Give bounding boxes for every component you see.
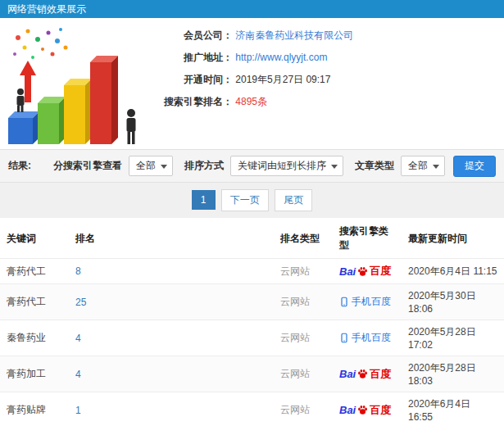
engine-cell: 手机百度 <box>333 284 402 320</box>
baidu-paw-icon <box>357 266 368 277</box>
sort-filter-label: 排序方式 <box>184 159 224 173</box>
chevron-down-icon <box>161 165 167 169</box>
promo-url-link[interactable]: http://www.qlyyjt.com <box>235 52 327 63</box>
engine-cell: Bai 百度 <box>333 356 402 392</box>
filter-bar: 结果: 分搜索引擎查看 全部 排序方式 关键词由短到长排序 文章类型 全部 提交 <box>0 149 504 183</box>
table-header-row: 关键词 排名 排名类型 搜索引擎类型 最新更新时间 <box>0 218 504 259</box>
update-time-cell: 2020年6月4日 11:15 <box>402 259 504 284</box>
header-rank: 排名 <box>69 218 274 259</box>
promo-url-label: 推广地址： <box>149 50 233 65</box>
rank-link[interactable]: 1 <box>75 405 81 416</box>
baidu-logo: Bai 百度 <box>339 367 391 382</box>
baidu-logo-du: 百度 <box>370 403 391 418</box>
keyword-cell: 膏药贴牌 <box>0 392 69 426</box>
rank-link[interactable]: 4 <box>75 369 81 380</box>
mobile-baidu-badge: 手机百度 <box>339 295 391 309</box>
rank-count-label: 搜索引擎排名： <box>149 94 233 109</box>
rank-link[interactable]: 4 <box>75 333 81 344</box>
table-row: 秦鲁药业 4 云网站 手机百度 2020年5月28日 17:02 <box>0 320 504 356</box>
rank-count-value: 4895条 <box>235 96 267 107</box>
rank-type-cell: 云网站 <box>274 392 333 426</box>
engine-filter-value: 全部 <box>136 160 156 171</box>
article-type-value: 全部 <box>408 160 428 171</box>
article-type-label: 文章类型 <box>355 159 394 173</box>
chart-illustration <box>0 18 149 149</box>
engine-filter-label: 分搜索引擎查看 <box>53 159 122 173</box>
open-time-label: 开通时间： <box>149 72 233 87</box>
update-time-cell: 2020年5月30日 18:06 <box>402 284 504 320</box>
next-page-button[interactable]: 下一页 <box>221 189 269 211</box>
chevron-down-icon <box>433 165 439 169</box>
company-link[interactable]: 济南秦鲁药业科技有限公司 <box>235 29 353 41</box>
article-type-select[interactable]: 全部 <box>401 156 445 176</box>
baidu-logo-bai: Bai <box>339 404 356 416</box>
rank-type-cell: 云网站 <box>274 356 333 392</box>
page-button-current[interactable]: 1 <box>192 190 216 210</box>
header-update-time: 最新更新时间 <box>402 218 504 259</box>
baidu-logo-bai: Bai <box>339 265 356 278</box>
update-time-cell: 2020年6月4日 16:55 <box>402 392 504 426</box>
sort-filter-value: 关键词由短到长排序 <box>238 160 326 171</box>
filter-controls: 分搜索引擎查看 全部 排序方式 关键词由短到长排序 文章类型 全部 提交 <box>42 156 496 177</box>
result-label: 结果: <box>8 159 31 173</box>
baidu-logo-du: 百度 <box>370 367 391 382</box>
baidu-logo: Bai 百度 <box>339 264 391 279</box>
pagination: 1 下一页 尾页 <box>0 183 504 218</box>
engine-cell: 手机百度 <box>333 320 402 356</box>
rank-link[interactable]: 25 <box>75 297 86 308</box>
window-titlebar: 网络营销效果展示 <box>0 0 504 18</box>
baidu-logo-bai: Bai <box>339 368 356 380</box>
page: 网络营销效果展示 <box>0 0 504 426</box>
rank-type-cell: 云网站 <box>274 259 333 284</box>
update-time-cell: 2020年5月28日 18:03 <box>402 356 504 392</box>
baidu-paw-icon <box>357 405 368 415</box>
results-table-body: 膏药代工 8 云网站 Bai 百度 2020年6月4日 11:15 膏药代工 2… <box>0 259 504 426</box>
keyword-cell: 膏药代工 <box>0 284 69 320</box>
bar-chart-clipart-icon <box>3 23 148 146</box>
table-row: 膏药加工 4 云网站 Bai 百度 2020年5月28日 18:03 <box>0 356 504 392</box>
engine-cell: Bai 百度 <box>333 392 402 426</box>
header-keyword: 关键词 <box>0 218 69 259</box>
engine-cell: Bai 百度 <box>333 259 402 284</box>
chevron-down-icon <box>331 165 338 169</box>
last-page-button[interactable]: 尾页 <box>275 189 312 211</box>
baidu-logo-du: 百度 <box>370 264 391 279</box>
thinking-man-figure-icon <box>127 109 136 144</box>
top-section: 会员公司： 济南秦鲁药业科技有限公司 推广地址： http://www.qlyy… <box>0 18 504 149</box>
mobile-baidu-label: 手机百度 <box>352 331 391 345</box>
businessman-figure-icon <box>17 88 25 112</box>
table-row: 膏药代工 8 云网站 Bai 百度 2020年6月4日 11:15 <box>0 259 504 284</box>
update-time-cell: 2020年5月28日 17:02 <box>402 320 504 356</box>
rank-type-cell: 云网站 <box>274 320 333 356</box>
header-engine-type: 搜索引擎类型 <box>333 218 402 259</box>
baidu-logo: Bai 百度 <box>339 403 391 418</box>
rank-type-cell: 云网站 <box>274 284 333 320</box>
sort-filter-select[interactable]: 关键词由短到长排序 <box>230 156 343 176</box>
keyword-cell: 秦鲁药业 <box>0 320 69 356</box>
keyword-cell: 膏药加工 <box>0 356 69 392</box>
keyword-cell: 膏药代工 <box>0 259 69 284</box>
rank-link[interactable]: 8 <box>75 265 81 277</box>
rank-count-row: 搜索引擎排名： 4895条 <box>149 94 353 109</box>
results-table: 关键词 排名 排名类型 搜索引擎类型 最新更新时间 膏药代工 8 云网站 Bai… <box>0 218 504 426</box>
table-row: 膏药贴牌 1 云网站 Bai 百度 2020年6月4日 16:55 <box>0 392 504 426</box>
page-title: 网络营销效果展示 <box>7 3 86 15</box>
mobile-baidu-label: 手机百度 <box>352 295 391 309</box>
company-label: 会员公司： <box>149 28 233 43</box>
header-rank-type: 排名类型 <box>274 218 333 259</box>
engine-filter-select[interactable]: 全部 <box>129 156 173 176</box>
table-row: 膏药代工 25 云网站 手机百度 2020年5月30日 18:06 <box>0 284 504 320</box>
open-time-value: 2019年5月27日 09:17 <box>235 74 330 85</box>
promo-url-row: 推广地址： http://www.qlyyjt.com <box>149 50 353 65</box>
mobile-phone-icon <box>339 333 349 343</box>
baidu-paw-icon <box>357 369 368 379</box>
member-info: 会员公司： 济南秦鲁药业科技有限公司 推广地址： http://www.qlyy… <box>149 18 353 149</box>
mobile-baidu-badge: 手机百度 <box>339 331 391 345</box>
submit-button[interactable]: 提交 <box>453 156 496 177</box>
mobile-phone-icon <box>339 297 349 307</box>
open-time-row: 开通时间： 2019年5月27日 09:17 <box>149 72 353 87</box>
company-row: 会员公司： 济南秦鲁药业科技有限公司 <box>149 28 353 43</box>
